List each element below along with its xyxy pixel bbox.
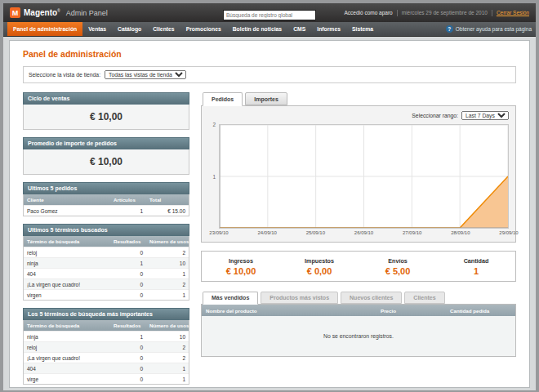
tab-amounts[interactable]: Importes xyxy=(245,92,287,105)
top-search-terms-title: Los 5 términos de búsqueda más important… xyxy=(23,308,189,320)
header-date: miércoles 29 de septiembre de 2010 xyxy=(402,10,488,16)
table-row: 40401 xyxy=(24,363,189,374)
table-cell: ¡La virgen que cuadro! xyxy=(24,279,110,290)
nav-item-catalog[interactable]: Catálogo xyxy=(112,22,147,36)
stat-tax: Impuestos € 0,00 xyxy=(280,257,359,276)
y-axis-label: 1 xyxy=(212,173,216,179)
x-axis-label: 25/09/10 xyxy=(306,230,325,235)
main-nav: Panel de administración Ventas Catálogo … xyxy=(3,22,536,37)
last-orders-table: Cliente Artículos Total Paco Gomez1€ 15.… xyxy=(23,194,189,216)
magento-logo-icon: M xyxy=(10,7,20,18)
table-cell: Paco Gomez xyxy=(24,206,110,216)
column-header: Número de usos xyxy=(146,320,189,332)
stat-value: € 5,00 xyxy=(359,266,437,276)
stat-label: Cantidad xyxy=(437,257,515,265)
table-cell: virge xyxy=(24,374,110,385)
average-orders-box: Promedio de importe de pedidos € 10,00 xyxy=(23,137,189,175)
store-view-switcher: Seleccione la vista de tienda: Todas las… xyxy=(23,66,516,83)
grid-tabs: Más vendidos Productos más vistos Nuevos… xyxy=(201,292,516,305)
table-cell: 0 xyxy=(110,290,146,301)
table-cell: ninja xyxy=(24,332,110,342)
table-row: ¡La virgen que cuadro!02 xyxy=(24,279,189,290)
orders-chart xyxy=(219,124,509,229)
last-search-terms-body: reloj02ninja11040401¡La virgen que cuadr… xyxy=(24,247,189,301)
table-cell: 2 xyxy=(146,247,189,258)
column-header: Resultados xyxy=(110,320,146,332)
dashboard-main-column: Pedidos Importes Seleccionar rango: Last… xyxy=(201,92,516,357)
nav-item-promotions[interactable]: Promociones xyxy=(180,22,227,36)
top-search-terms-table: Término de búsqueda Resultados Número de… xyxy=(23,320,189,385)
table-row: reloj02 xyxy=(24,342,189,353)
column-header: Cliente xyxy=(24,194,110,206)
store-view-select[interactable]: Todas las vistas de tienda xyxy=(105,70,186,79)
table-cell: virgen xyxy=(24,290,110,301)
x-axis-labels: 23/09/1024/09/1025/09/1026/09/1027/09/10… xyxy=(219,230,509,238)
page-title: Panel de administración xyxy=(23,49,516,59)
stat-value: 1 xyxy=(437,266,515,276)
dashboard-columns: Ciclo de ventas € 10,00 Promedio de impo… xyxy=(23,92,516,388)
nav-item-dashboard[interactable]: Panel de administración xyxy=(7,22,82,36)
tab-bestsellers[interactable]: Más vendidos xyxy=(203,292,258,305)
average-orders-value: € 10,00 xyxy=(23,149,189,175)
tab-most-viewed[interactable]: Productos más vistos xyxy=(261,292,338,305)
table-cell: 404 xyxy=(24,269,110,279)
global-search-input[interactable] xyxy=(223,10,316,20)
stat-value: € 0,00 xyxy=(280,266,359,276)
table-cell: 2 xyxy=(146,279,189,290)
range-select[interactable]: Last 7 Days xyxy=(461,111,509,120)
table-cell: 1 xyxy=(146,363,189,374)
tab-customers[interactable]: Clientes xyxy=(404,292,444,305)
x-axis-label: 29/09/10 xyxy=(499,230,518,235)
table-row: Paco Gomez1€ 15.00 xyxy=(24,206,189,216)
totals-bar: Ingresos € 10,00 Impuestos € 0,00 Envíos… xyxy=(201,251,516,282)
table-cell: 1 xyxy=(146,269,189,279)
tab-orders[interactable]: Pedidos xyxy=(203,92,243,106)
y-axis-label: 2 xyxy=(212,121,216,127)
brand-name: Magento® xyxy=(24,8,60,17)
table-cell: 2 xyxy=(146,353,189,363)
column-header: Artículos xyxy=(110,194,146,206)
tab-new-customers[interactable]: Nuevos clientes xyxy=(341,292,402,305)
last-search-terms-title: Ultimos 5 términos buscados xyxy=(23,224,189,236)
table-cell: 1 xyxy=(110,206,146,216)
table-cell: € 15.00 xyxy=(146,206,189,216)
chart-tabs: Pedidos Importes xyxy=(201,92,516,105)
table-cell: 0 xyxy=(110,279,146,290)
column-header: Cantidad pedida xyxy=(446,305,515,316)
nav-item-customers[interactable]: Clientes xyxy=(147,22,180,36)
last-orders-box: Ultimos 5 pedidos Cliente Artículos Tota… xyxy=(23,182,189,216)
dashboard-left-column: Ciclo de ventas € 10,00 Promedio de impo… xyxy=(23,92,189,388)
column-header: Término de búsqueda xyxy=(24,236,110,247)
table-cell: 404 xyxy=(24,363,110,374)
stat-label: Impuestos xyxy=(280,257,359,265)
last-orders-body: Paco Gomez1€ 15.00 xyxy=(24,206,189,216)
stat-shipping: Envíos € 5,00 xyxy=(359,257,437,276)
admin-app: M Magento® Admin Panel Accedió como apar… xyxy=(3,3,536,390)
empty-message: No se encontraron registros. xyxy=(202,316,515,356)
table-cell: ninja xyxy=(24,258,110,269)
table-row: 40401 xyxy=(24,269,189,279)
stat-revenue: Ingresos € 10,00 xyxy=(202,257,280,276)
table-row: ¡La virgen que cuadro!02 xyxy=(24,353,189,363)
column-header: Nombre del producto xyxy=(202,305,376,316)
magento-logo: M Magento® Admin Panel xyxy=(10,7,223,18)
nav-item-sales[interactable]: Ventas xyxy=(82,22,112,36)
nav-item-system[interactable]: Sistema xyxy=(346,22,379,36)
nav-item-cms[interactable]: CMS xyxy=(287,22,311,36)
table-cell: 1 xyxy=(110,332,146,342)
range-bar: Seleccionar rango: Last 7 Days xyxy=(208,111,509,124)
bestsellers-table: Nombre del producto Precio Cantidad pedi… xyxy=(201,304,516,357)
top-search-terms-body: ninja110reloj02¡La virgen que cuadro!024… xyxy=(24,332,189,385)
column-header: Total xyxy=(146,194,189,206)
registered-mark: ® xyxy=(57,8,60,13)
table-cell: 1 xyxy=(110,258,146,269)
header-divider xyxy=(397,10,398,16)
chart-panel: Seleccionar rango: Last 7 Days 12 23/09/… xyxy=(201,105,516,243)
y-axis-labels: 12 xyxy=(208,124,217,229)
nav-item-reports[interactable]: Informes xyxy=(311,22,346,36)
help-link[interactable]: ? Obtener ayuda para esta página xyxy=(446,22,532,36)
table-cell: 2 xyxy=(146,342,189,353)
logout-link[interactable]: Cerrar Sesión xyxy=(497,10,529,16)
nav-item-newsletter[interactable]: Boletín de noticias xyxy=(227,22,287,36)
table-cell: reloj xyxy=(24,247,110,258)
